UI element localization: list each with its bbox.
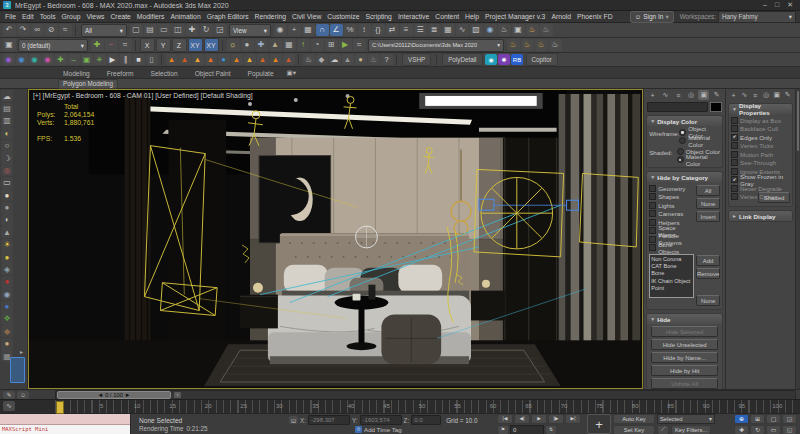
window-icon[interactable]: ⊞ bbox=[325, 39, 338, 51]
helper-icon[interactable]: ✚ bbox=[255, 39, 268, 51]
maximize-viewport-button[interactable]: ◱ bbox=[782, 425, 797, 434]
ribbon-tab[interactable]: Object Paint bbox=[187, 69, 239, 78]
command-panel-scrollbar[interactable] bbox=[795, 89, 800, 389]
ribbon-tab[interactable]: Selection bbox=[143, 69, 186, 78]
minimize-button[interactable]: – bbox=[763, 1, 767, 9]
menu-item[interactable]: Phoenix FD bbox=[574, 13, 616, 20]
sphere-yellow-icon[interactable]: ● bbox=[1, 251, 13, 263]
previous-frame-button[interactable]: ◀| bbox=[514, 414, 530, 424]
use-pivot-icon[interactable]: ◉ bbox=[274, 24, 287, 36]
create-tab-2[interactable]: + bbox=[728, 90, 739, 100]
dot-red-icon[interactable]: ● bbox=[1, 276, 13, 288]
undo-icon[interactable]: ↶ bbox=[3, 24, 16, 36]
list2-icon[interactable]: ▥ bbox=[1, 115, 13, 127]
sim-teapot-icon[interactable]: ♨ bbox=[303, 54, 315, 65]
script-icon-teal[interactable]: ◉ bbox=[485, 54, 497, 65]
axis-xy-button[interactable]: XY bbox=[188, 38, 203, 52]
stop-icon[interactable]: ■ bbox=[133, 54, 145, 65]
ribbon-tab[interactable]: Populate bbox=[240, 69, 282, 78]
select-manipulate-icon[interactable]: + bbox=[288, 24, 301, 36]
polygon-modeling-panel[interactable]: Polygon Modeling bbox=[58, 79, 118, 89]
lamp-icon[interactable]: ◐ bbox=[1, 127, 13, 139]
pan-button[interactable]: ✚ bbox=[734, 425, 749, 434]
coordinate-y-field[interactable]: -1603.574 bbox=[360, 415, 402, 425]
sim-sphere-icon[interactable]: ● bbox=[355, 54, 367, 65]
go-to-end-button[interactable]: ▶| bbox=[565, 414, 581, 424]
backface-cull-checkbox[interactable] bbox=[731, 125, 738, 132]
menu-item[interactable]: Edit bbox=[19, 13, 37, 20]
menu-item[interactable]: Create bbox=[107, 13, 133, 20]
time-slider-next-icon[interactable]: › bbox=[174, 392, 181, 398]
hide-all-button[interactable]: All bbox=[696, 185, 720, 196]
phoenix-flame-icon[interactable]: ▲ bbox=[257, 54, 269, 65]
phoenix-water-icon[interactable]: ● bbox=[218, 54, 230, 65]
viewport-scene[interactable] bbox=[29, 90, 642, 388]
macro-recorder-line[interactable] bbox=[0, 414, 130, 425]
sim-cone-icon[interactable]: ▲ bbox=[342, 54, 354, 65]
menu-item[interactable]: Animation bbox=[167, 13, 203, 20]
zoom-button[interactable]: ⊕ bbox=[734, 414, 749, 424]
viewport-layout-tab[interactable] bbox=[10, 357, 25, 383]
menu-item[interactable]: Tools bbox=[37, 13, 59, 20]
modify-tab-2[interactable]: ∿ bbox=[739, 90, 750, 100]
named-selection-sets-combo[interactable]: 0 (default)▾ bbox=[18, 39, 88, 52]
time-slider-track[interactable]: ◄0 / 100► › bbox=[55, 390, 796, 400]
hide-invert-button[interactable]: Invert bbox=[696, 211, 720, 222]
motion-tab[interactable]: ◎ bbox=[686, 90, 697, 100]
hide-exclude-list[interactable]: Non CoronaCAT BoneBoneIK Chain ObjectPoi… bbox=[649, 254, 694, 298]
lights-checkbox[interactable] bbox=[649, 202, 656, 209]
percent-snap-icon[interactable]: % bbox=[344, 24, 357, 36]
list-item[interactable]: Non Corona bbox=[651, 256, 692, 263]
edges-only-checkbox[interactable]: ✔ bbox=[731, 134, 738, 141]
polydetail-button[interactable]: PolyDetail bbox=[442, 53, 482, 66]
phoenix-flame-icon[interactable]: ▲ bbox=[231, 54, 243, 65]
ribbon-tab[interactable]: Modeling bbox=[55, 69, 98, 78]
hierarchy-tab[interactable]: ≡ bbox=[673, 90, 684, 100]
ignore-extents-checkbox[interactable] bbox=[731, 168, 738, 175]
listener-line[interactable]: MAXScript Mini bbox=[0, 425, 130, 434]
select-region-icon[interactable]: ▭ bbox=[158, 24, 171, 36]
motion-tab-2[interactable]: ◎ bbox=[761, 90, 772, 100]
list-item[interactable]: CAT Bone bbox=[651, 263, 692, 270]
track-bar-ruler[interactable]: 5101520253035404550556065707580859095100 bbox=[55, 400, 795, 413]
list-item[interactable]: Bone bbox=[651, 270, 692, 277]
coordinate-z-field[interactable]: 0.0 bbox=[411, 415, 441, 425]
moon-icon[interactable]: ☽ bbox=[1, 152, 13, 164]
see-through-checkbox[interactable] bbox=[731, 159, 738, 166]
cloud-icon[interactable]: ☁ bbox=[1, 90, 13, 102]
menu-item[interactable]: Views bbox=[83, 13, 107, 20]
keyboard-override-icon[interactable]: ▦ bbox=[302, 24, 315, 36]
hide-rollout-header[interactable]: ▼Hide bbox=[647, 314, 722, 324]
diamond-icon[interactable]: ◈ bbox=[1, 263, 13, 275]
cone-icon[interactable]: ▲ bbox=[1, 226, 13, 238]
menu-item[interactable]: Scripting bbox=[362, 13, 394, 20]
project-path-combo[interactable]: C:\Users\20112\Documents\3ds Max 2020▾ bbox=[368, 39, 504, 52]
axis-z-button[interactable]: Z bbox=[172, 38, 187, 52]
corona-teapot-icon[interactable]: ♨ bbox=[507, 39, 520, 51]
coordinate-x-field[interactable]: -298.307 bbox=[308, 415, 350, 425]
hide-unselected-button[interactable]: Hide Unselected bbox=[651, 339, 718, 350]
viewport-layout-icon[interactable]: ▣ bbox=[3, 39, 16, 51]
shaded-object-color-radio[interactable] bbox=[677, 148, 684, 155]
list-item[interactable]: IK Chain Object bbox=[651, 278, 692, 285]
close-button[interactable]: ✕ bbox=[787, 1, 793, 9]
sign-in-button[interactable]: ☺ Sign In ▾ bbox=[630, 11, 674, 23]
green-plus-icon[interactable]: ✚ bbox=[55, 54, 67, 65]
axis-xy-flyout-button[interactable]: XY bbox=[204, 38, 219, 52]
teapot-gray-icon[interactable]: ♨ bbox=[549, 39, 562, 51]
phoenix-flame-icon[interactable]: ▲ bbox=[166, 54, 178, 65]
current-frame-field[interactable]: 0 bbox=[510, 425, 544, 434]
ribbon-extra-icon[interactable]: ▣▾ bbox=[283, 68, 301, 78]
help-icon[interactable]: ? bbox=[381, 54, 393, 65]
display-tab-2[interactable]: ▣ bbox=[771, 90, 782, 100]
phoenix-flame-icon[interactable]: ▲ bbox=[205, 54, 217, 65]
camera-viewport[interactable]: [+] [MrEgypt - Bedroom - 608 - CAM 01] [… bbox=[28, 89, 643, 389]
key-filters-button[interactable]: Key Filters... bbox=[671, 425, 711, 434]
open-mini-curve-editor-icon[interactable]: ∿ bbox=[3, 401, 15, 411]
add-time-tag-button[interactable]: Add Time Tag bbox=[364, 426, 402, 433]
time-slider-handle[interactable]: ◄0 / 100► bbox=[57, 391, 171, 399]
phoenix-flame-icon[interactable]: ▲ bbox=[283, 54, 295, 65]
set-keys-button[interactable]: + bbox=[587, 414, 611, 434]
modify-tab[interactable]: ∿ bbox=[660, 90, 671, 100]
hide-by-name-button[interactable]: Hide by Name... bbox=[651, 352, 718, 363]
